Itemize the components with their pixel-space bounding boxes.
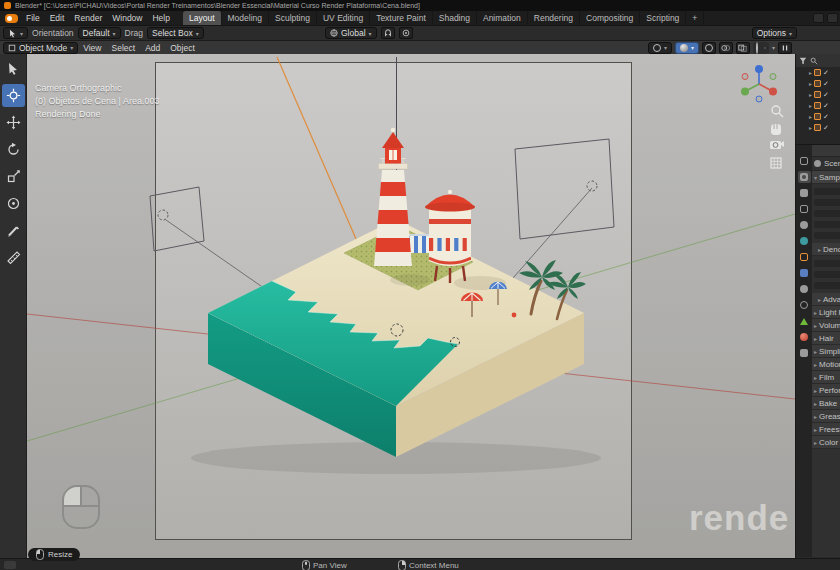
panel-color-management[interactable]: ▸Color Management [812, 436, 840, 449]
panel-motion-blur[interactable]: ▸Motion Blur [812, 358, 840, 371]
tab-shading[interactable]: Shading [433, 11, 477, 25]
tool-cursor[interactable] [2, 84, 25, 107]
tab-modeling[interactable]: Modeling [222, 11, 270, 25]
menu-window[interactable]: Window [107, 11, 147, 25]
options-dropdown[interactable]: Options▾ [752, 27, 797, 39]
transform-pivot-dropdown[interactable]: ▾ [648, 42, 672, 54]
outliner-row[interactable]: ▸✓ [796, 100, 840, 111]
gizmo-toggle[interactable] [702, 42, 716, 54]
add-workspace-button[interactable]: + [686, 11, 704, 25]
tab-particles[interactable] [798, 283, 811, 295]
tool-select-box[interactable] [2, 57, 25, 80]
panel-light-paths[interactable]: ▸Light Paths [812, 306, 840, 319]
panel-bake[interactable]: ▸Bake [812, 397, 840, 410]
tab-view-layer[interactable] [798, 203, 811, 215]
tab-render[interactable] [798, 171, 811, 183]
panel-advanced[interactable]: ▸Advanced [812, 293, 840, 306]
tab-material[interactable] [798, 331, 811, 343]
menu-select[interactable]: Select [107, 43, 141, 53]
tool-annotate[interactable] [2, 219, 25, 242]
snap-magnet-toggle[interactable] [381, 27, 395, 39]
outliner-row[interactable]: ▸✓ [796, 67, 840, 78]
render-display-toggle[interactable] [778, 42, 792, 54]
panel-simplify[interactable]: ▸Simplify [812, 345, 840, 358]
tab-tool[interactable] [798, 155, 811, 167]
tool-transform[interactable] [2, 192, 25, 215]
hint-pan-view: Pan View [302, 560, 347, 570]
outliner-row[interactable]: ▸✓ [796, 78, 840, 89]
properties-search-row[interactable] [812, 145, 840, 157]
tab-scripting[interactable]: Scripting [640, 11, 686, 25]
scene-selector-icon[interactable] [813, 13, 824, 23]
properties-editor: Scene ▾Sampling ▸Denoising ▸Advanced ▸Li… [796, 145, 840, 557]
tab-layout[interactable]: Layout [183, 11, 222, 25]
menu-edit[interactable]: Edit [45, 11, 70, 25]
proportional-editing-toggle[interactable] [399, 27, 413, 39]
tab-modifiers[interactable] [798, 267, 811, 279]
tab-compositing[interactable]: Compositing [580, 11, 640, 25]
pivot-icon [653, 44, 661, 52]
orientation-dropdown[interactable]: Default▾ [78, 27, 121, 39]
mode-dropdown[interactable]: Object Mode▾ [3, 42, 78, 54]
tab-texture-paint[interactable]: Texture Paint [370, 11, 433, 25]
tab-rendering[interactable]: Rendering [528, 11, 580, 25]
scene-selector-cut [813, 13, 840, 23]
viewlayer-selector-icon[interactable] [827, 13, 838, 23]
filter-funnel-icon[interactable] [799, 57, 807, 65]
tab-object-data[interactable] [798, 315, 811, 327]
tab-world[interactable] [798, 235, 811, 247]
panel-denoising[interactable]: ▸Denoising [812, 243, 840, 256]
panel-performance[interactable]: ▸Performance [812, 384, 840, 397]
menu-view[interactable]: View [78, 43, 106, 53]
tab-object[interactable] [798, 251, 811, 263]
tool-settings-bar: ▾ Orientation Default▾ Drag Select Box▾ … [0, 25, 840, 40]
editor-type-icon[interactable] [4, 561, 16, 569]
outliner-row[interactable]: ▸✓ [796, 89, 840, 100]
tab-sculpting[interactable]: Sculpting [269, 11, 317, 25]
outliner-row[interactable]: ▸✓ [796, 111, 840, 122]
panel-sampling[interactable]: ▾Sampling [812, 171, 840, 184]
tab-animation[interactable]: Animation [477, 11, 528, 25]
tab-uv-editing[interactable]: UV Editing [317, 11, 370, 25]
search-icon[interactable] [810, 57, 818, 65]
panel-freestyle[interactable]: ▸Freestyle [812, 423, 840, 436]
3d-scene [27, 54, 795, 558]
snap-active-toggle[interactable]: ▾ [675, 42, 699, 54]
shading-dropdown-caret[interactable]: ▾ [772, 44, 775, 51]
menu-help[interactable]: Help [147, 11, 174, 25]
mesh-object-icon [814, 69, 821, 76]
panel-hair[interactable]: ▸Hair [812, 332, 840, 345]
blender-window: { "window": { "title": "Blender* [C:\\Us… [0, 0, 840, 570]
tab-scene[interactable] [798, 219, 811, 231]
left-mouse-icon [36, 549, 44, 560]
active-tool-dropdown[interactable]: ▾ [3, 27, 28, 39]
transform-orientation-dropdown[interactable]: Global▾ [325, 27, 377, 39]
panel-film[interactable]: ▸Film [812, 371, 840, 384]
tab-texture[interactable] [798, 347, 811, 359]
outliner-row[interactable]: ▸✓ [796, 122, 840, 133]
scale-icon [6, 169, 21, 184]
outliner-header [796, 54, 840, 67]
drag-mode-dropdown[interactable]: Select Box▾ [147, 27, 204, 39]
xray-toggle[interactable] [736, 42, 750, 54]
tool-measure[interactable] [2, 246, 25, 269]
3d-viewport[interactable]: Camera Orthographic (0) Objetos de Cena … [27, 54, 795, 558]
menu-object[interactable]: Object [165, 43, 200, 53]
panel-volumes[interactable]: ▸Volumes [812, 319, 840, 332]
viewport-pan-hand-icon[interactable] [771, 124, 781, 135]
shading-rendered-button[interactable] [764, 47, 766, 49]
menu-file[interactable]: File [21, 11, 45, 25]
tool-rotate[interactable] [2, 138, 25, 161]
blender-logo-icon[interactable] [5, 14, 18, 23]
menu-add[interactable]: Add [140, 43, 165, 53]
shading-wireframe-button[interactable] [756, 43, 758, 53]
tab-output[interactable] [798, 187, 811, 199]
tab-physics[interactable] [798, 299, 811, 311]
menu-render[interactable]: Render [69, 11, 107, 25]
drag-label: Drag [121, 28, 147, 38]
panel-grease-pencil[interactable]: ▸Grease Pencil [812, 410, 840, 423]
tool-scale[interactable] [2, 165, 25, 188]
transform-icon [6, 196, 21, 211]
tool-move[interactable] [2, 111, 25, 134]
overlays-toggle[interactable] [719, 42, 733, 54]
